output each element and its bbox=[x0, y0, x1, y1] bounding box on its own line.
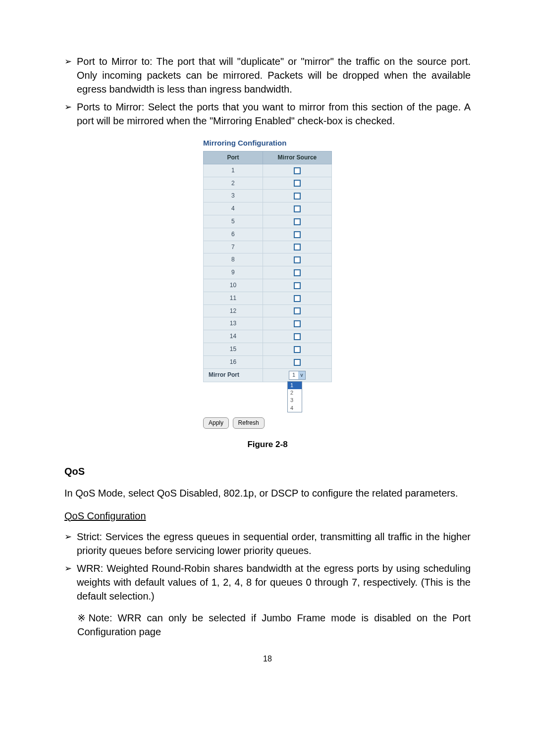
mirror-source-checkbox[interactable] bbox=[294, 205, 301, 212]
mirror-source-cell bbox=[263, 343, 331, 355]
mirror-source-checkbox[interactable] bbox=[294, 231, 301, 238]
port-cell: 16 bbox=[204, 355, 263, 368]
mirror-source-cell bbox=[263, 202, 331, 215]
mirror-source-cell bbox=[263, 228, 331, 241]
port-cell: 13 bbox=[204, 317, 263, 330]
refresh-button[interactable]: Refresh bbox=[233, 417, 265, 429]
qos-heading: QoS bbox=[64, 464, 471, 478]
apply-button[interactable]: Apply bbox=[203, 417, 229, 429]
bullet-icon: ➢ bbox=[64, 561, 77, 603]
mirror-source-checkbox[interactable] bbox=[294, 193, 301, 200]
mirror-source-cell bbox=[263, 317, 331, 330]
mirror-source-checkbox[interactable] bbox=[294, 346, 301, 353]
mirror-source-checkbox[interactable] bbox=[294, 320, 301, 327]
bullet-icon: ➢ bbox=[64, 54, 77, 96]
mirror-source-checkbox[interactable] bbox=[294, 180, 301, 187]
mirror-source-cell bbox=[263, 292, 331, 304]
mirror-source-cell bbox=[263, 330, 331, 343]
mirror-source-cell bbox=[263, 164, 331, 177]
mirror-source-checkbox[interactable] bbox=[294, 359, 301, 366]
port-cell: 4 bbox=[204, 202, 263, 215]
dropdown-option[interactable]: 2 bbox=[288, 389, 302, 397]
port-cell: 5 bbox=[204, 215, 263, 228]
qos-intro: In QoS Mode, select QoS Disabled, 802.1p… bbox=[64, 486, 471, 500]
mirror-source-checkbox[interactable] bbox=[294, 307, 301, 314]
port-cell: 6 bbox=[204, 228, 263, 241]
mirror-source-cell bbox=[263, 177, 331, 190]
qos-wrr-text: WRR: Weighted Round-Robin shares bandwid… bbox=[77, 561, 471, 603]
qos-strict-text: Strict: Services the egress queues in se… bbox=[77, 530, 471, 557]
port-cell: 8 bbox=[204, 253, 263, 266]
ports-to-mirror-text: Ports to Mirror: Select the ports that y… bbox=[77, 100, 471, 128]
mirror-port-cell: 1 v bbox=[263, 368, 331, 382]
mirror-port-select[interactable]: 1 v bbox=[289, 371, 306, 380]
port-cell: 14 bbox=[204, 330, 263, 343]
page-number: 18 bbox=[64, 654, 471, 664]
mirror-source-checkbox[interactable] bbox=[294, 167, 301, 174]
mirror-source-checkbox[interactable] bbox=[294, 269, 301, 276]
dropdown-option[interactable]: 4 bbox=[288, 404, 302, 412]
mirror-source-cell bbox=[263, 241, 331, 253]
figure-label: Figure 2-8 bbox=[64, 439, 471, 451]
mirror-source-cell bbox=[263, 279, 331, 292]
mirror-table: Port Mirror Source 123456789101112131415… bbox=[203, 151, 332, 382]
mirror-source-checkbox[interactable] bbox=[294, 295, 301, 302]
bullet-icon: ➢ bbox=[64, 530, 77, 557]
bullet-icon: ➢ bbox=[64, 100, 77, 128]
select-value: 1 bbox=[289, 371, 298, 379]
mirror-port-dropdown[interactable]: 1 2 3 4 bbox=[287, 381, 302, 413]
qos-config-heading: QoS Configuration bbox=[64, 509, 471, 523]
port-cell: 1 bbox=[204, 164, 263, 177]
port-to-mirror-text: Port to Mirror to: The port that will "d… bbox=[77, 54, 471, 96]
col-port: Port bbox=[204, 151, 263, 164]
mirror-source-checkbox[interactable] bbox=[294, 244, 301, 251]
port-cell: 15 bbox=[204, 343, 263, 355]
mirror-port-label: Mirror Port bbox=[204, 368, 263, 382]
port-cell: 10 bbox=[204, 279, 263, 292]
mirror-source-cell bbox=[263, 190, 331, 202]
port-cell: 2 bbox=[204, 177, 263, 190]
port-cell: 12 bbox=[204, 304, 263, 317]
mirror-source-cell bbox=[263, 355, 331, 368]
mirror-source-cell bbox=[263, 253, 331, 266]
dropdown-option[interactable]: 3 bbox=[288, 397, 302, 404]
qos-note: ※Note: WRR can only be selected if Jumbo… bbox=[77, 611, 471, 639]
mirror-source-checkbox[interactable] bbox=[294, 282, 301, 289]
port-cell: 7 bbox=[204, 241, 263, 253]
mirror-source-cell bbox=[263, 215, 331, 228]
config-title: Mirroring Configuration bbox=[203, 138, 332, 148]
port-cell: 3 bbox=[204, 190, 263, 202]
mirror-source-cell bbox=[263, 266, 331, 279]
mirror-source-checkbox[interactable] bbox=[294, 218, 301, 225]
dropdown-option[interactable]: 1 bbox=[288, 382, 302, 389]
port-cell: 9 bbox=[204, 266, 263, 279]
col-source: Mirror Source bbox=[263, 151, 331, 164]
mirror-source-checkbox[interactable] bbox=[294, 333, 301, 340]
port-cell: 11 bbox=[204, 292, 263, 304]
mirror-source-cell bbox=[263, 304, 331, 317]
chevron-down-icon: v bbox=[298, 371, 305, 379]
mirror-source-checkbox[interactable] bbox=[294, 256, 301, 263]
